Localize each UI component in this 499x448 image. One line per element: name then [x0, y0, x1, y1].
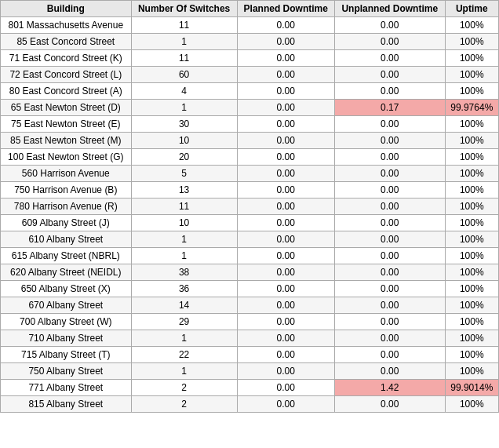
cell-building: 71 East Concord Street (K) [1, 50, 132, 67]
table-row: 650 Albany Street (X)360.000.00100% [1, 281, 499, 297]
cell-unplanned: 0.00 [335, 149, 446, 166]
table-row: 710 Albany Street10.000.00100% [1, 330, 499, 347]
cell-planned: 0.00 [237, 215, 334, 231]
cell-uptime: 100% [445, 50, 498, 67]
cell-unplanned: 0.00 [335, 215, 446, 231]
cell-planned: 0.00 [237, 396, 334, 413]
cell-uptime: 100% [445, 199, 498, 215]
cell-switches: 60 [131, 67, 237, 83]
cell-planned: 0.00 [237, 314, 334, 330]
table-row: 771 Albany Street20.001.4299.9014% [1, 380, 499, 396]
cell-switches: 1 [131, 100, 237, 116]
table-row: 71 East Concord Street (K)110.000.00100% [1, 50, 499, 67]
cell-planned: 0.00 [237, 50, 334, 67]
cell-switches: 1 [131, 231, 237, 248]
header-uptime: Uptime [445, 1, 498, 17]
table-row: 815 Albany Street20.000.00100% [1, 396, 499, 413]
cell-planned: 0.00 [237, 231, 334, 248]
table-row: 780 Harrison Avenue (R)110.000.00100% [1, 199, 499, 215]
cell-uptime: 99.9764% [445, 100, 498, 116]
cell-unplanned: 0.17 [335, 100, 446, 116]
cell-unplanned: 0.00 [335, 17, 446, 34]
cell-switches: 11 [131, 17, 237, 34]
cell-uptime: 100% [445, 347, 498, 363]
cell-planned: 0.00 [237, 248, 334, 264]
cell-building: 715 Albany Street (T) [1, 347, 132, 363]
cell-unplanned: 0.00 [335, 347, 446, 363]
cell-unplanned: 0.00 [335, 166, 446, 182]
table-row: 80 East Concord Street (A)40.000.00100% [1, 83, 499, 100]
cell-building: 700 Albany Street (W) [1, 314, 132, 330]
table-row: 85 East Newton Street (M)100.000.00100% [1, 133, 499, 149]
table-row: 715 Albany Street (T)220.000.00100% [1, 347, 499, 363]
cell-unplanned: 0.00 [335, 314, 446, 330]
cell-switches: 2 [131, 380, 237, 396]
cell-building: 560 Harrison Avenue [1, 166, 132, 182]
cell-uptime: 100% [445, 330, 498, 347]
cell-switches: 4 [131, 83, 237, 100]
cell-building: 615 Albany Street (NBRL) [1, 248, 132, 264]
cell-building: 620 Albany Street (NEIDL) [1, 264, 132, 281]
cell-building: 72 East Concord Street (L) [1, 67, 132, 83]
cell-planned: 0.00 [237, 133, 334, 149]
header-switches: Number Of Switches [131, 1, 237, 17]
cell-planned: 0.00 [237, 281, 334, 297]
cell-uptime: 100% [445, 67, 498, 83]
cell-uptime: 100% [445, 166, 498, 182]
cell-planned: 0.00 [237, 166, 334, 182]
cell-switches: 1 [131, 248, 237, 264]
cell-building: 609 Albany Street (J) [1, 215, 132, 231]
cell-switches: 1 [131, 330, 237, 347]
table-row: 72 East Concord Street (L)600.000.00100% [1, 67, 499, 83]
cell-planned: 0.00 [237, 17, 334, 34]
table-row: 609 Albany Street (J)100.000.00100% [1, 215, 499, 231]
header-unplanned: Unplanned Downtime [335, 1, 446, 17]
table-row: 670 Albany Street140.000.00100% [1, 297, 499, 314]
cell-planned: 0.00 [237, 297, 334, 314]
cell-planned: 0.00 [237, 182, 334, 199]
cell-switches: 11 [131, 199, 237, 215]
table-row: 700 Albany Street (W)290.000.00100% [1, 314, 499, 330]
cell-unplanned: 1.42 [335, 380, 446, 396]
cell-switches: 22 [131, 347, 237, 363]
cell-switches: 14 [131, 297, 237, 314]
cell-planned: 0.00 [237, 149, 334, 166]
cell-uptime: 100% [445, 34, 498, 50]
cell-switches: 1 [131, 363, 237, 380]
cell-planned: 0.00 [237, 116, 334, 133]
cell-switches: 5 [131, 166, 237, 182]
cell-switches: 11 [131, 50, 237, 67]
cell-building: 65 East Newton Street (D) [1, 100, 132, 116]
cell-planned: 0.00 [237, 100, 334, 116]
cell-unplanned: 0.00 [335, 330, 446, 347]
cell-uptime: 100% [445, 314, 498, 330]
cell-building: 780 Harrison Avenue (R) [1, 199, 132, 215]
cell-planned: 0.00 [237, 199, 334, 215]
cell-uptime: 100% [445, 83, 498, 100]
cell-unplanned: 0.00 [335, 248, 446, 264]
header-building: Building [1, 1, 132, 17]
cell-uptime: 100% [445, 116, 498, 133]
cell-unplanned: 0.00 [335, 67, 446, 83]
cell-switches: 20 [131, 149, 237, 166]
cell-switches: 30 [131, 116, 237, 133]
cell-switches: 13 [131, 182, 237, 199]
table-row: 615 Albany Street (NBRL)10.000.00100% [1, 248, 499, 264]
cell-building: 100 East Newton Street (G) [1, 149, 132, 166]
cell-unplanned: 0.00 [335, 182, 446, 199]
cell-building: 815 Albany Street [1, 396, 132, 413]
cell-building: 80 East Concord Street (A) [1, 83, 132, 100]
cell-building: 801 Massachusetts Avenue [1, 17, 132, 34]
cell-uptime: 100% [445, 248, 498, 264]
cell-switches: 10 [131, 215, 237, 231]
cell-uptime: 100% [445, 264, 498, 281]
cell-unplanned: 0.00 [335, 133, 446, 149]
cell-building: 610 Albany Street [1, 231, 132, 248]
cell-building: 75 East Newton Street (E) [1, 116, 132, 133]
table-row: 85 East Concord Street10.000.00100% [1, 34, 499, 50]
cell-switches: 10 [131, 133, 237, 149]
table-row: 100 East Newton Street (G)200.000.00100% [1, 149, 499, 166]
table-header-row: Building Number Of Switches Planned Down… [1, 1, 499, 17]
uptime-table: Building Number Of Switches Planned Down… [0, 0, 499, 413]
cell-unplanned: 0.00 [335, 116, 446, 133]
